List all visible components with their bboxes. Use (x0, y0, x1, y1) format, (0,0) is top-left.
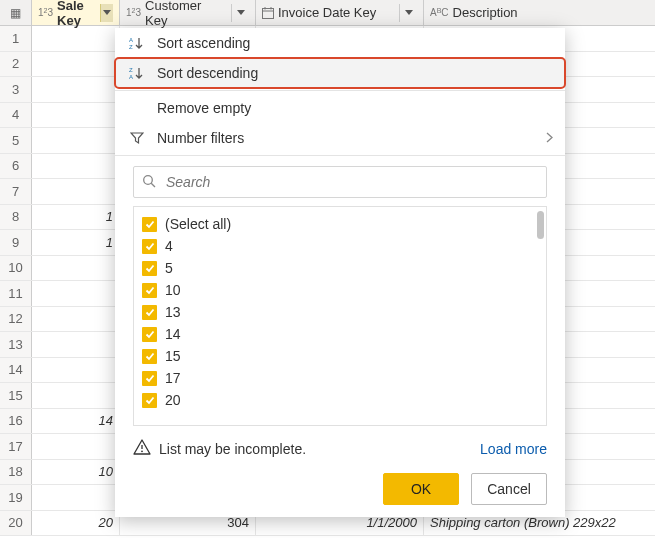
checkbox-checked-icon[interactable] (142, 261, 157, 276)
filter-value-label: 17 (165, 370, 181, 386)
cell-sale-key[interactable] (32, 103, 120, 128)
column-dropdown-button[interactable] (399, 4, 417, 22)
load-more-link[interactable]: Load more (480, 441, 547, 457)
checkbox-checked-icon[interactable] (142, 327, 157, 342)
incomplete-label: List may be incomplete. (159, 441, 306, 457)
column-header-sale-key[interactable]: 123 Sale Key (32, 0, 120, 25)
cell-sale-key[interactable] (32, 485, 120, 510)
filter-value-item[interactable]: (Select all) (142, 213, 538, 235)
cell-sale-key[interactable] (32, 383, 120, 408)
filter-value-list[interactable]: (Select all)45101314151720 (133, 206, 547, 426)
filter-search[interactable] (133, 166, 547, 198)
search-icon (142, 174, 156, 191)
table-icon: ▦ (10, 6, 21, 20)
row-number: 20 (0, 511, 32, 536)
cell-sale-key[interactable]: 10 (32, 460, 120, 485)
cell-sale-key[interactable]: 1 (32, 205, 120, 230)
cell-sale-key[interactable] (32, 434, 120, 459)
svg-rect-0 (263, 8, 274, 18)
row-number: 5 (0, 128, 32, 153)
row-number: 12 (0, 307, 32, 332)
column-label: Sale Key (57, 0, 96, 28)
column-label: Description (453, 5, 518, 20)
checkbox-checked-icon[interactable] (142, 239, 157, 254)
cell-sale-key[interactable]: 20 (32, 511, 120, 536)
row-number: 18 (0, 460, 32, 485)
svg-text:A: A (129, 37, 133, 43)
row-number: 14 (0, 358, 32, 383)
number-type-icon: 123 (126, 7, 141, 18)
filter-value-label: 15 (165, 348, 181, 364)
row-number: 6 (0, 154, 32, 179)
column-dropdown-button[interactable] (231, 4, 249, 22)
warning-icon (133, 438, 151, 459)
svg-text:Z: Z (129, 44, 133, 50)
svg-line-9 (151, 183, 155, 187)
menu-remove-empty[interactable]: Remove empty (115, 93, 565, 123)
chevron-down-icon (405, 10, 413, 15)
checkbox-checked-icon[interactable] (142, 371, 157, 386)
column-header-invoice-date-key[interactable]: Invoice Date Key (256, 0, 424, 25)
search-input[interactable] (164, 173, 538, 191)
filter-value-item[interactable]: 17 (142, 367, 538, 389)
row-number: 13 (0, 332, 32, 357)
menu-label: Remove empty (157, 100, 251, 116)
sort-desc-icon: ZA (127, 66, 147, 80)
filter-value-item[interactable]: 13 (142, 301, 538, 323)
column-header-row: ▦ 123 Sale Key 123 Customer Key Invoice … (0, 0, 655, 26)
column-header-customer-key[interactable]: 123 Customer Key (120, 0, 256, 25)
cell-sale-key[interactable] (32, 307, 120, 332)
filter-value-item[interactable]: 14 (142, 323, 538, 345)
filter-icon (127, 131, 147, 145)
checkbox-checked-icon[interactable] (142, 217, 157, 232)
row-number: 2 (0, 52, 32, 77)
row-number: 10 (0, 256, 32, 281)
menu-label: Sort descending (157, 65, 258, 81)
cell-sale-key[interactable] (32, 256, 120, 281)
checkbox-checked-icon[interactable] (142, 393, 157, 408)
scrollbar-thumb[interactable] (537, 211, 544, 239)
row-number: 17 (0, 434, 32, 459)
checkbox-checked-icon[interactable] (142, 305, 157, 320)
chevron-down-icon (237, 10, 245, 15)
row-number: 11 (0, 281, 32, 306)
cell-sale-key[interactable] (32, 358, 120, 383)
row-number: 4 (0, 103, 32, 128)
checkbox-checked-icon[interactable] (142, 283, 157, 298)
cancel-button[interactable]: Cancel (471, 473, 547, 505)
column-header-description[interactable]: ABC Description (424, 0, 655, 25)
filter-value-label: (Select all) (165, 216, 231, 232)
row-number: 8 (0, 205, 32, 230)
column-filter-panel: AZ Sort ascending ZA Sort descending Rem… (115, 28, 565, 517)
column-label: Invoice Date Key (278, 5, 376, 20)
cell-sale-key[interactable] (32, 281, 120, 306)
cell-sale-key[interactable] (32, 128, 120, 153)
filter-value-label: 13 (165, 304, 181, 320)
cell-sale-key[interactable]: 1 (32, 230, 120, 255)
menu-sort-descending[interactable]: ZA Sort descending (115, 58, 565, 88)
checkbox-checked-icon[interactable] (142, 349, 157, 364)
filter-value-label: 10 (165, 282, 181, 298)
filter-value-item[interactable]: 4 (142, 235, 538, 257)
cell-sale-key[interactable] (32, 77, 120, 102)
filter-value-item[interactable]: 5 (142, 257, 538, 279)
row-number: 1 (0, 26, 32, 51)
filter-value-item[interactable]: 20 (142, 389, 538, 411)
filter-value-item[interactable]: 15 (142, 345, 538, 367)
number-type-icon: 123 (38, 7, 53, 18)
menu-sort-ascending[interactable]: AZ Sort ascending (115, 28, 565, 58)
cell-sale-key[interactable]: 14 (32, 409, 120, 434)
cell-sale-key[interactable] (32, 179, 120, 204)
ok-button[interactable]: OK (383, 473, 459, 505)
filter-value-label: 5 (165, 260, 173, 276)
cell-sale-key[interactable] (32, 52, 120, 77)
cell-sale-key[interactable] (32, 332, 120, 357)
menu-number-filters[interactable]: Number filters (115, 123, 565, 153)
filter-value-label: 4 (165, 238, 173, 254)
cell-sale-key[interactable] (32, 154, 120, 179)
column-dropdown-button[interactable] (100, 4, 113, 22)
chevron-down-icon (103, 10, 111, 15)
filter-value-item[interactable]: 10 (142, 279, 538, 301)
cell-sale-key[interactable] (32, 26, 120, 51)
row-number: 9 (0, 230, 32, 255)
